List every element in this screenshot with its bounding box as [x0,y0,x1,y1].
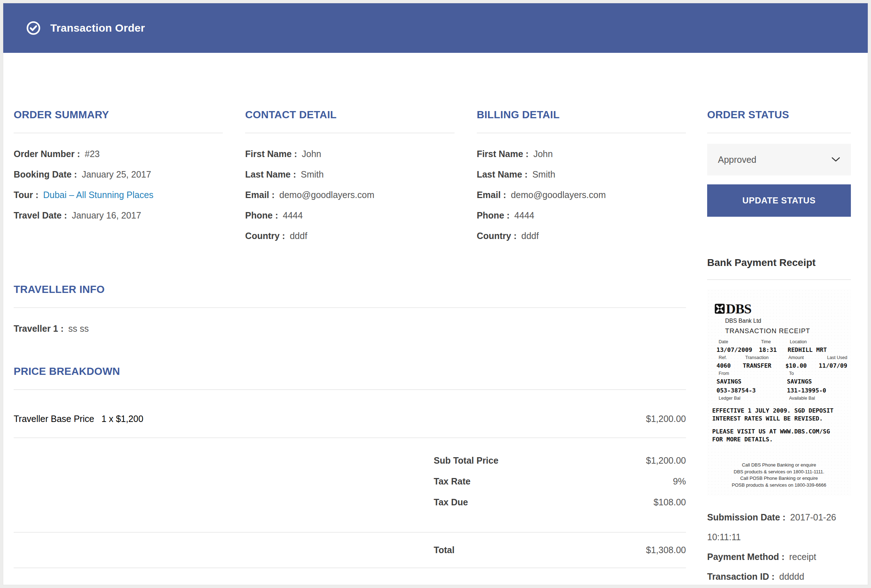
chevron-down-icon [832,157,840,162]
billing-phone-field: Phone :4444 [477,205,686,226]
contact-email-field: Email :demo@goodlayers.com [245,185,454,205]
billing-detail-section: BILLING DETAIL First Name :John Last Nam… [477,109,686,246]
field-label: Last Name : [477,169,528,180]
price-breakdown-heading: PRICE BREAKDOWN [13,365,686,377]
submission-date-field: Submission Date :2017-01-26 10:11:11 [707,507,851,547]
field-value: January 16, 2017 [72,210,141,220]
receipt-values-row: 053-38754-3 131-13995-0 [709,386,849,395]
receipt-value: 11/07/09 [819,361,849,370]
field-value: ss ss [68,323,89,334]
contact-phone-field: Phone :4444 [245,205,454,226]
receipt-value: 13/07/2009 [717,346,759,355]
receipt-value: SAVINGS [787,377,849,386]
receipt-labels-row: Ref. Transaction Amount Last Used [709,355,849,361]
receipt-label: Amount [788,355,822,361]
receipt-label: Last Used [827,355,849,361]
field-value: 4444 [514,210,534,220]
receipt-label: Ref. [717,355,745,361]
field-label: Traveller 1 : [13,323,64,334]
price-item-detail: 1 x $1,200 [101,414,144,424]
subtotal-row: Sub Total Price $1,200.00 [13,450,686,471]
travel-date-field: Travel Date :January 16, 2017 [13,205,223,226]
update-status-button[interactable]: UPDATE STATUS [707,184,851,217]
receipt-value: 131-13995-0 [787,386,849,395]
billing-country-field: Country :dddf [477,226,686,246]
order-summary-section: ORDER SUMMARY Order Number :#23 Booking … [13,109,223,246]
divider [13,133,223,133]
tax-rate-value: 9% [673,471,686,492]
price-item-left: Traveller Base Price1 x $1,200 [13,409,144,429]
total-value: $1,308.00 [646,540,686,560]
tax-due-row: Tax Due $108.00 [13,492,686,513]
field-label: Transaction ID : [707,572,775,582]
main-column: ORDER SUMMARY Order Number :#23 Booking … [13,109,686,585]
field-label: Email : [245,190,274,200]
divider [245,133,454,133]
field-label: Last Name : [245,169,296,180]
receipt-value: SAVINGS [717,377,787,386]
divider [13,389,686,390]
receipt-value: TRANSFER [743,361,786,370]
transaction-id-field: Transaction ID :ddddd [707,567,851,585]
transaction-order-card: Transaction Order ORDER SUMMARY Order Nu… [3,3,868,585]
field-value: January 25, 2017 [82,169,151,180]
page-title: Transaction Order [50,22,145,34]
field-label: Payment Method : [707,552,784,562]
subtotal-value: $1,200.00 [646,450,686,471]
order-status-heading: ORDER STATUS [707,109,851,121]
receipt-label: Time [761,338,790,346]
contact-last-name-field: Last Name :Smith [245,164,454,185]
price-item-label: Traveller Base Price [13,414,94,424]
price-breakdown-section: PRICE BREAKDOWN Traveller Base Price1 x … [13,365,686,568]
booking-date-field: Booking Date :January 25, 2017 [13,164,223,185]
traveller-info-heading: TRAVELLER INFO [13,284,686,295]
receipt-value: REDHILL MRT [788,346,849,355]
divider [13,307,686,308]
field-label: Order Number : [13,149,80,159]
tax-due-label: Tax Due [434,492,468,513]
price-item-row: Traveller Base Price1 x $1,200 $1,200.00 [13,400,686,437]
submission-meta: Submission Date :2017-01-26 10:11:11 Pay… [707,507,851,585]
page-header: Transaction Order [3,3,868,53]
receipt-label: Date [717,338,761,346]
receipt-bank-name: DBS Bank Ltd [725,318,849,324]
contact-country-field: Country :dddf [245,226,454,246]
field-label: First Name : [477,149,528,159]
field-label: First Name : [245,149,297,159]
field-value: demo@goodlayers.com [279,190,374,200]
field-value: demo@goodlayers.com [511,190,606,200]
field-value: ddddd [780,572,805,582]
tour-field: Tour :Dubai – All Stunning Places [13,185,223,205]
receipt-label: Location [790,338,849,346]
receipt-title: TRANSACTION RECEIPT [725,327,849,335]
order-status-selected-value: Approved [718,154,756,165]
price-summary-block: Sub Total Price $1,200.00 Tax Rate 9% Ta… [13,438,686,532]
field-label: Phone : [477,210,510,220]
tour-link[interactable]: Dubai – All Stunning Places [43,190,153,200]
traveller-1-field: Traveller 1 :ss ss [13,319,686,339]
receipt-labels-row: From To [709,370,849,377]
field-label: Email : [477,190,506,200]
field-label: Booking Date : [13,169,77,180]
check-circle-icon [26,21,40,35]
order-status-select[interactable]: Approved [707,144,851,175]
receipt-labels-row: Ledger Bal Available Bal [709,395,849,402]
page-content: ORDER SUMMARY Order Number :#23 Booking … [3,53,868,585]
price-item-amount: $1,200.00 [646,409,686,429]
receipt-values-row: SAVINGS SAVINGS [709,377,849,386]
field-value: dddf [521,231,539,241]
divider [707,279,851,280]
receipt-bank-logo-text: DBS [726,301,751,317]
receipt-values-row: 13/07/2009 18:31 REDHILL MRT [709,346,849,355]
field-value: 4444 [283,210,303,220]
tax-rate-label: Tax Rate [434,471,470,492]
receipt-value: 4060 [717,361,743,370]
bank-payment-receipt-image: DBS DBS Bank Ltd TRANSACTION RECEIPT Dat… [707,289,851,496]
billing-last-name-field: Last Name :Smith [477,164,686,185]
total-row: Total $1,308.00 [13,533,686,567]
receipt-footer-text: Call DBS Phone Banking or enquire DBS pr… [709,462,849,488]
receipt-values-row: 4060 TRANSFER $10.00 11/07/09 [709,361,849,370]
field-value: #23 [85,149,100,159]
receipt-label: Available Bal [789,395,849,402]
contact-first-name-field: First Name :John [245,144,454,164]
